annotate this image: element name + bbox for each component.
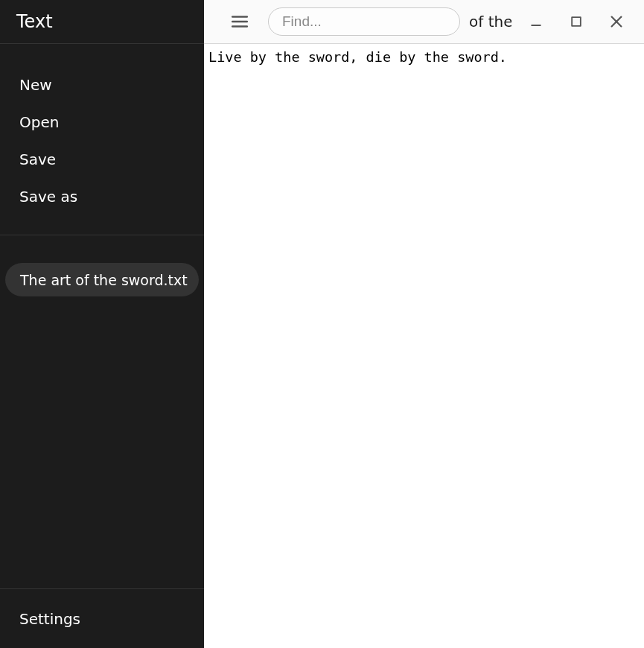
text-editor[interactable]: Live by the sword, die by the sword. [204,44,644,648]
settings-button[interactable]: Settings [0,600,204,638]
open-button[interactable]: Open [0,104,204,141]
header-title-area: of the sw [268,7,511,36]
main-area: of the sw Live by the sword, die by the … [204,0,644,648]
svg-rect-4 [572,17,581,26]
open-files-list: The art of the sword.txt [0,235,204,589]
file-menu-section: New Open Save Save as [0,44,204,235]
minimize-button[interactable] [516,7,556,36]
save-button[interactable]: Save [0,141,204,178]
app-title: Text [0,0,204,44]
save-as-button[interactable]: Save as [0,178,204,215]
new-button[interactable]: New [0,66,204,104]
close-button[interactable] [596,7,637,36]
header-bar: of the sw [204,0,644,44]
find-input[interactable] [268,7,460,36]
sidebar: Text New Open Save Save as The art of th… [0,0,204,648]
document-title: of the sw [469,13,511,31]
maximize-button[interactable] [556,7,596,36]
menu-icon[interactable] [226,8,253,35]
sidebar-bottom: Settings [0,589,204,648]
file-tab[interactable]: The art of the sword.txt [5,263,199,296]
